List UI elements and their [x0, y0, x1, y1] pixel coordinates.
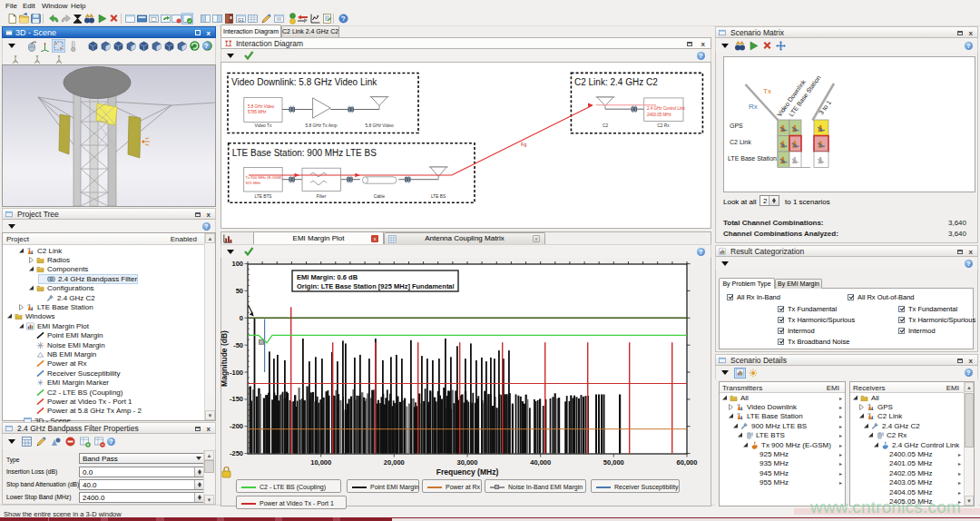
svg-text:C2 Link: 2.4 GHz C2: C2 Link: 2.4 GHz C2 [574, 77, 658, 87]
svg-text:C2 Link: C2 Link [730, 139, 751, 145]
svg-text:LTE Base Station: LTE Base Station [728, 155, 777, 162]
svg-text:Filter: Filter [317, 194, 327, 199]
svg-text:2.4 GHz Control Link: 2.4 GHz Control Link [647, 106, 686, 111]
svg-text:LTE BS: LTE BS [431, 194, 446, 199]
svg-text:5785 MHz: 5785 MHz [248, 110, 267, 114]
svg-text:50: 50 [236, 287, 243, 295]
svg-text:Origin: LTE Base Station [925: Origin: LTE Base Station [925 MHz] Funda… [297, 282, 455, 290]
svg-text:5.8 GHz Tx Amp: 5.8 GHz Tx Amp [305, 123, 337, 128]
svg-text:Cable: Cable [374, 194, 386, 199]
svg-text:Video Tx: Video Tx [255, 123, 272, 128]
svg-text:10,000: 10,000 [310, 458, 331, 467]
svg-text:Frequency (MHz): Frequency (MHz) [436, 467, 499, 477]
svg-text:-100: -100 [230, 369, 243, 377]
svg-text:50,000: 50,000 [603, 458, 624, 467]
svg-text:-50: -50 [233, 341, 243, 349]
svg-text:EMI Margin: 0.6 dB: EMI Margin: 0.6 dB [297, 273, 358, 281]
svg-text:0: 0 [240, 314, 243, 322]
svg-text:20,000: 20,000 [384, 458, 405, 467]
svg-text:5.8 GHz Video: 5.8 GHz Video [248, 104, 275, 109]
svg-text:GPS: GPS [730, 123, 743, 129]
svg-text:G1: G1 [238, 17, 244, 23]
svg-text:2400.05 MHz: 2400.05 MHz [647, 113, 672, 117]
svg-text:30,000: 30,000 [457, 458, 478, 467]
svg-text:C2: C2 [603, 123, 608, 128]
svg-text:LTE BTS: LTE BTS [254, 194, 271, 199]
svg-text:Tx: Tx [763, 87, 771, 95]
svg-text:5.8 GHz Video: 5.8 GHz Video [365, 123, 393, 128]
svg-text:-250: -250 [230, 449, 243, 457]
svg-text:LTE Base Station: 900 MHz LTE: LTE Base Station: 900 MHz LTE BS [232, 148, 377, 158]
svg-text:925 MHz: 925 MHz [246, 181, 261, 185]
svg-text:Rx: Rx [749, 103, 758, 111]
svg-text:Video Downlink: 5.8 GHz Video: Video Downlink: 5.8 GHz Video Link [231, 77, 377, 87]
svg-text:Magnitude (dB): Magnitude (dB) [220, 330, 229, 387]
svg-text:Fg: Fg [521, 142, 526, 147]
svg-text:C2 Rx: C2 Rx [657, 123, 670, 128]
svg-text:100: 100 [231, 260, 243, 268]
svg-text:-200: -200 [230, 422, 243, 430]
svg-text:40,000: 40,000 [530, 458, 551, 467]
svg-text:60,000: 60,000 [677, 458, 698, 467]
svg-text:?: ? [342, 15, 346, 22]
svg-text:-150: -150 [230, 395, 243, 403]
